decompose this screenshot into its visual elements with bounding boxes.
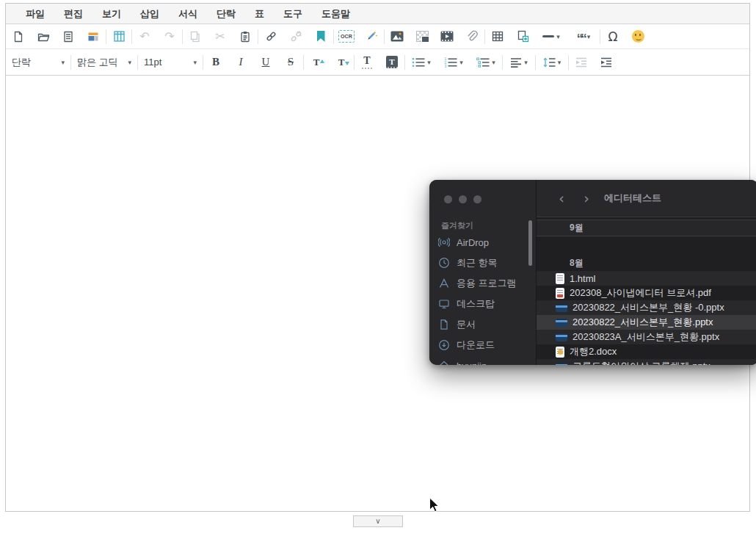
italic-icon: I: [239, 56, 243, 68]
menu-view[interactable]: 보기: [92, 7, 131, 21]
sidebar-item-home[interactable]: hyunjin: [438, 357, 528, 365]
copy-button[interactable]: [183, 26, 208, 47]
menu-file[interactable]: 파일: [16, 7, 54, 21]
transparent-image-button[interactable]: [410, 26, 435, 47]
paperclip-icon: [466, 30, 478, 43]
special-character-button[interactable]: Ω: [600, 26, 625, 47]
document-text-button[interactable]: [56, 26, 81, 47]
menu-help[interactable]: 도움말: [312, 7, 360, 21]
file-row[interactable]: 20230823A_서비스본부_현황.pptx: [537, 330, 756, 344]
edit-pen-button[interactable]: [359, 26, 384, 47]
scissors-icon: ✂: [215, 31, 225, 43]
undo-button[interactable]: ↶: [132, 26, 157, 47]
underline-button[interactable]: U: [253, 52, 278, 73]
omega-icon: Ω: [608, 29, 618, 44]
chevron-down-icon: ▾: [427, 59, 431, 66]
chevron-down-icon: ▾: [558, 59, 561, 66]
font-color-button[interactable]: T: [355, 52, 379, 73]
attachment-button[interactable]: [459, 26, 484, 47]
numbered-list-button[interactable]: 123 ▾: [437, 52, 470, 73]
file-row[interactable]: 그룹도형이위이상 그룹해제.pptx: [537, 359, 756, 365]
file-row[interactable]: 개행2.docx: [537, 344, 756, 359]
cut-button[interactable]: ✂: [208, 26, 233, 47]
multilevel-list-button[interactable]: ▾: [470, 52, 502, 73]
sidebar-item-applications[interactable]: 응용 프로그램: [438, 275, 528, 292]
collapse-toolbar-button[interactable]: ∨: [353, 515, 403, 527]
remove-link-button[interactable]: [283, 26, 308, 47]
pdf-file-icon: [556, 288, 564, 299]
page-layout-button[interactable]: [106, 26, 131, 47]
underline-icon: U: [262, 56, 270, 68]
insert-frame-button[interactable]: [510, 26, 535, 47]
hyperlink-button[interactable]: [258, 26, 283, 47]
font-family-select[interactable]: 맑은 고딕 ▾: [71, 52, 137, 73]
sidebar-item-desktop[interactable]: 데스크탑: [438, 295, 528, 313]
template-icon: [87, 31, 99, 43]
sidebar-scrollbar[interactable]: [528, 220, 532, 266]
pptx-file-icon: [556, 333, 567, 341]
redo-button[interactable]: ↷: [157, 26, 182, 47]
horizontal-line-button[interactable]: ▾: [535, 26, 567, 47]
finder-window-title: 에디터테스트: [604, 192, 661, 205]
chevron-down-icon: ▾: [193, 59, 197, 66]
open-file-button[interactable]: [31, 26, 56, 47]
back-button[interactable]: ‹: [554, 190, 569, 206]
airdrop-icon: [438, 236, 450, 248]
document-text-icon: [62, 31, 74, 43]
minimize-window-button[interactable]: [459, 195, 467, 203]
ocr-button[interactable]: OCR: [334, 26, 359, 47]
sidebar-item-recents[interactable]: 최근 항목: [438, 254, 528, 272]
forward-button[interactable]: ›: [579, 190, 594, 206]
menu-format[interactable]: 서식: [169, 7, 207, 21]
file-row[interactable]: 202308_사이냅에디터 브로셔.pdf: [537, 286, 756, 300]
menu-paragraph[interactable]: 단락: [207, 7, 245, 21]
file-row[interactable]: 20230822_서비스본부_현황 -0.pptx: [537, 300, 756, 315]
bullet-list-button[interactable]: ▾: [405, 52, 437, 73]
paragraph-style-select[interactable]: 단락 ▾: [6, 52, 70, 73]
bold-icon: B: [212, 56, 219, 68]
pptx-file-icon: [556, 363, 567, 366]
image-button[interactable]: [385, 26, 410, 47]
line-spacing-button[interactable]: ▾: [536, 52, 568, 73]
svg-text:3: 3: [445, 63, 447, 67]
menu-table[interactable]: 표: [245, 7, 274, 21]
strikethrough-button[interactable]: S: [278, 52, 303, 73]
highlight-color-button[interactable]: T: [379, 52, 404, 73]
multilevel-list-icon: [476, 57, 490, 68]
bullet-list-icon: [412, 57, 425, 68]
table-button[interactable]: [485, 26, 510, 47]
sidebar-item-airdrop[interactable]: AirDrop: [438, 233, 528, 251]
group-header-august: 8월: [570, 256, 584, 270]
sidebar-item-documents[interactable]: 문서: [438, 316, 528, 333]
video-button[interactable]: [435, 26, 459, 47]
indent-button[interactable]: [594, 52, 619, 73]
sidebar-item-downloads[interactable]: 다운로드: [438, 336, 528, 354]
close-window-button[interactable]: [444, 195, 452, 203]
bookmark-icon: [317, 31, 325, 42]
sidebar-item-label: 데스크탑: [457, 297, 495, 311]
font-color-icon: T: [362, 55, 371, 69]
subscript-button[interactable]: T: [329, 52, 354, 73]
align-button[interactable]: ▾: [503, 52, 535, 73]
emoticon-button[interactable]: [625, 26, 650, 47]
group-header-september[interactable]: 9월: [537, 220, 756, 236]
zoom-window-button[interactable]: [473, 195, 481, 203]
menu-edit[interactable]: 편집: [54, 7, 92, 21]
paste-button[interactable]: [233, 26, 258, 47]
template-button[interactable]: [81, 26, 106, 47]
sidebar-item-label: 문서: [457, 318, 476, 331]
font-size-select[interactable]: 11pt ▾: [138, 52, 203, 73]
italic-button[interactable]: I: [228, 52, 253, 73]
file-row-selected[interactable]: 20230822_서비스본부_현황.pptx: [537, 315, 756, 330]
line-spacing-icon: [543, 57, 556, 68]
menu-tools[interactable]: 도구: [274, 7, 312, 21]
superscript-button[interactable]: T: [304, 52, 329, 73]
outdent-button[interactable]: [569, 52, 594, 73]
menu-insert[interactable]: 삽입: [131, 7, 169, 21]
file-row[interactable]: 1.html: [537, 271, 756, 286]
bold-button[interactable]: B: [203, 52, 228, 73]
new-document-button[interactable]: [6, 26, 31, 47]
blockquote-button[interactable]: ““ ▾: [567, 26, 600, 47]
bookmark-button[interactable]: [308, 26, 333, 47]
font-size-value: 11pt: [144, 57, 161, 68]
